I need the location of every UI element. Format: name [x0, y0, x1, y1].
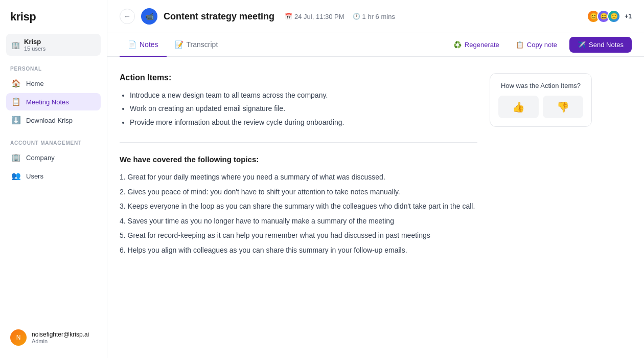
sidebar-item-meeting-notes-label: Meeting Notes — [26, 98, 69, 106]
sidebar-item-users-label: Users — [26, 172, 43, 180]
workspace-user-count: 15 users — [24, 46, 45, 52]
action-items-list: Introduce a new design team to all teams… — [120, 90, 477, 128]
topic-item: 1. Great for your daily meetings where y… — [120, 171, 477, 184]
list-item: Introduce a new design team to all teams… — [130, 90, 477, 101]
send-notes-button[interactable]: ✈️ Send Notes — [569, 37, 632, 53]
sidebar-item-download-label: Download Krisp — [26, 117, 73, 124]
main-content: ← 📹 Content strategy meeting 📅 24 Jul, 1… — [107, 0, 644, 358]
tab-transcript-label: Transcript — [187, 40, 218, 49]
meeting-platform-icon: 📹 — [141, 8, 157, 25]
user-avatar: N — [10, 329, 27, 346]
user-email: noisefighter@krisp.ai — [32, 331, 89, 338]
participant-avatars: 😊 😄 🙂 — [587, 10, 620, 23]
clock-icon: 🕐 — [353, 13, 360, 20]
sidebar-item-home-label: Home — [26, 80, 44, 87]
regenerate-button[interactable]: ♻️ Regenerate — [449, 38, 503, 52]
topic-item: 5. Great for record-keeping as it can he… — [120, 229, 477, 242]
toolbar: 📄 Notes 📝 Transcript ♻️ Regenerate 📋 Cop… — [107, 33, 644, 57]
topic-item: 3. Keeps everyone in the loop as you can… — [120, 200, 477, 213]
action-items-title: Action Items: — [120, 73, 477, 82]
sidebar-item-home[interactable]: 🏠 Home — [6, 75, 101, 92]
personal-section-label: PERSONAL — [6, 66, 101, 72]
app-logo: krisp — [6, 8, 101, 26]
users-icon: 👥 — [11, 171, 21, 181]
calendar-icon: 📅 — [285, 13, 292, 20]
thumbs-down-icon: 👎 — [557, 101, 569, 113]
tab-notes[interactable]: 📄 Notes — [120, 33, 167, 57]
notes-body: Action Items: Introduce a new design tea… — [120, 73, 477, 342]
sidebar-item-download-krisp[interactable]: ⬇️ Download Krisp — [6, 111, 101, 129]
sidebar-footer: N noisefighter@krisp.ai Admin — [6, 325, 101, 350]
back-button[interactable]: ← — [120, 9, 135, 24]
participants-group: 😊 😄 🙂 +1 — [587, 10, 632, 23]
workspace-icon: 🏢 — [11, 41, 20, 49]
feedback-card: How was the Action Items? 👍 👎 — [490, 73, 592, 127]
list-item: Provide more information about the revie… — [130, 117, 477, 128]
participants-plus-count: +1 — [625, 13, 632, 20]
notes-content: Action Items: Introduce a new design tea… — [107, 57, 644, 358]
company-icon: 🏢 — [11, 153, 21, 162]
topics-list: 1. Great for your daily meetings where y… — [120, 171, 477, 256]
thumbs-up-icon: 👍 — [512, 101, 525, 113]
meeting-title: Content strategy meeting — [164, 11, 274, 22]
meeting-meta: 📅 24 Jul, 11:30 PM 🕐 1 hr 6 mins — [285, 13, 395, 20]
regenerate-label: Regenerate — [465, 41, 499, 49]
sidebar-item-meeting-notes[interactable]: 📋 Meeting Notes — [6, 93, 101, 110]
topic-item: 2. Gives you peace of mind: you don't ha… — [120, 186, 477, 198]
meeting-notes-icon: 📋 — [11, 97, 21, 106]
feedback-question: How was the Action Items? — [501, 82, 581, 90]
feedback-buttons: 👍 👎 — [498, 96, 583, 118]
user-role: Admin — [32, 338, 89, 344]
topic-item: 6. Helps you align with colleagues as yo… — [120, 244, 477, 257]
regenerate-icon: ♻️ — [453, 41, 462, 49]
workspace-name: Krisp — [24, 38, 45, 46]
participant-avatar-3: 🙂 — [607, 10, 620, 23]
account-section-label: ACCOUNT MANAGEMENT — [6, 140, 101, 146]
topics-section: We have covered the following topics: 1.… — [120, 155, 477, 256]
thumbs-down-button[interactable]: 👎 — [543, 96, 583, 118]
section-divider — [120, 142, 477, 143]
sidebar: krisp 🏢 Krisp 15 users PERSONAL 🏠 Home 📋… — [0, 0, 107, 358]
meeting-duration-value: 1 hr 6 mins — [362, 13, 395, 20]
topics-title: We have covered the following topics: — [120, 155, 477, 164]
account-section: ACCOUNT MANAGEMENT 🏢 Company 👥 Users — [6, 140, 101, 186]
tabs: 📄 Notes 📝 Transcript — [120, 33, 449, 56]
workspace-badge[interactable]: 🏢 Krisp 15 users — [6, 34, 101, 56]
meeting-date-value: 24 Jul, 11:30 PM — [294, 13, 344, 20]
tab-transcript[interactable]: 📝 Transcript — [167, 33, 226, 57]
copy-icon: 📋 — [516, 41, 524, 49]
meeting-duration: 🕐 1 hr 6 mins — [353, 13, 395, 20]
send-icon: ✈️ — [578, 41, 586, 49]
sidebar-item-company-label: Company — [26, 154, 55, 162]
personal-section: PERSONAL 🏠 Home 📋 Meeting Notes ⬇️ Downl… — [6, 66, 101, 130]
list-item: Work on creating an updated email signat… — [130, 103, 477, 114]
sidebar-item-users[interactable]: 👥 Users — [6, 167, 101, 185]
meeting-date: 📅 24 Jul, 11:30 PM — [285, 13, 344, 20]
copy-note-label: Copy note — [527, 41, 557, 49]
copy-note-button[interactable]: 📋 Copy note — [512, 38, 561, 52]
thumbs-up-button[interactable]: 👍 — [498, 96, 539, 118]
transcript-tab-icon: 📝 — [175, 40, 183, 49]
home-icon: 🏠 — [11, 79, 21, 88]
download-icon: ⬇️ — [11, 116, 21, 125]
topic-item: 4. Saves your time as you no longer have… — [120, 215, 477, 228]
tab-notes-label: Notes — [140, 40, 158, 49]
toolbar-actions: ♻️ Regenerate 📋 Copy note ✈️ Send Notes — [449, 37, 632, 53]
sidebar-item-company[interactable]: 🏢 Company — [6, 149, 101, 166]
notes-tab-icon: 📄 — [128, 40, 136, 49]
send-notes-label: Send Notes — [589, 41, 624, 49]
meeting-header: ← 📹 Content strategy meeting 📅 24 Jul, 1… — [107, 0, 644, 33]
